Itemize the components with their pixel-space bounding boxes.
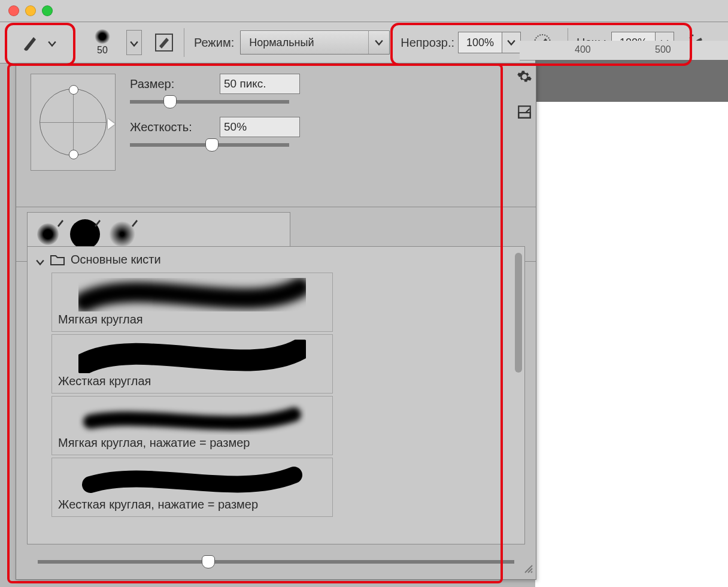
preset-folder[interactable]: Основные кисти	[28, 247, 524, 273]
canvas-outside	[535, 60, 728, 102]
pen-icon	[56, 219, 65, 227]
maximize-window-button[interactable]	[42, 5, 53, 16]
opacity-value[interactable]: 100%	[458, 32, 502, 53]
preset-name: Жесткая круглая	[58, 374, 326, 388]
chevron-down-icon[interactable]	[502, 32, 521, 53]
divider	[184, 28, 184, 57]
preset-item[interactable]: Жесткая круглая, нажатие = размер	[51, 458, 333, 517]
new-preset-icon	[517, 104, 532, 120]
ruler-horizontal: 400 500 600	[520, 41, 728, 60]
new-preset-button[interactable]	[517, 104, 532, 123]
svg-point-3	[692, 35, 694, 37]
canvas[interactable]	[535, 102, 728, 587]
preset-name: Мягкая круглая	[58, 313, 326, 326]
arrow-right-icon	[108, 119, 115, 129]
pen-icon	[93, 219, 102, 227]
brush-preset-dropdown[interactable]	[126, 30, 142, 55]
brush-preset-picker[interactable]: 50	[78, 29, 126, 56]
hardness-label: Жесткость:	[130, 120, 220, 134]
chevron-down-icon	[36, 256, 44, 264]
mode-label: Режим:	[194, 36, 234, 50]
preset-item[interactable]: Мягкая круглая, нажатие = размер	[51, 396, 333, 455]
size-slider[interactable]	[130, 100, 289, 104]
pen-icon	[131, 219, 139, 227]
ruler-tick: 500	[655, 44, 671, 55]
resize-handle-icon[interactable]	[523, 563, 533, 577]
hardness-slider[interactable]	[130, 143, 289, 147]
gear-icon	[517, 69, 532, 84]
preset-item[interactable]: Мягкая круглая	[51, 273, 333, 332]
close-window-button[interactable]	[8, 5, 19, 16]
opacity-field[interactable]: 100%	[458, 32, 521, 53]
tool-preset-button[interactable]	[6, 29, 71, 56]
popup-settings-button[interactable]	[517, 69, 532, 87]
chevron-down-icon	[48, 38, 56, 47]
preview-size-slider[interactable]	[38, 560, 514, 564]
svg-rect-5	[518, 113, 530, 118]
preset-item[interactable]: Жесткая круглая	[51, 334, 333, 394]
opacity-label: Непрозр.:	[401, 36, 454, 50]
hardness-input[interactable]: 50%	[220, 117, 300, 137]
brush-icon	[20, 32, 41, 53]
preset-name: Жесткая круглая, нажатие = размер	[58, 498, 326, 512]
scrollbar[interactable]	[515, 253, 522, 373]
folder-name: Основные кисти	[71, 253, 161, 267]
mode-value: Нормальный	[241, 37, 322, 49]
brush-panel-icon	[153, 32, 175, 53]
preset-list: Основные кисти Мягкая круглая Жесткая кр…	[27, 246, 525, 544]
size-input[interactable]: 50 пикс.	[220, 74, 300, 94]
brush-angle-control[interactable]	[31, 74, 116, 171]
titlebar	[0, 0, 728, 22]
divider	[74, 28, 75, 57]
mode-select[interactable]: Нормальный	[240, 31, 390, 55]
ruler-tick: 400	[575, 44, 591, 55]
minimize-window-button[interactable]	[25, 5, 36, 16]
size-label: Размер:	[130, 77, 220, 91]
brush-thumbnail	[94, 29, 111, 44]
brush-popup: Размер: 50 пикс. Жесткость: 50%	[16, 63, 536, 580]
chevron-down-icon	[368, 31, 389, 54]
folder-icon	[50, 254, 65, 266]
svg-point-2	[690, 37, 691, 39]
preset-name: Мягкая круглая, нажатие = размер	[58, 436, 326, 450]
chevron-down-icon	[130, 38, 138, 47]
brush-settings-button[interactable]	[148, 29, 180, 56]
brush-size-readout: 50	[97, 45, 108, 56]
